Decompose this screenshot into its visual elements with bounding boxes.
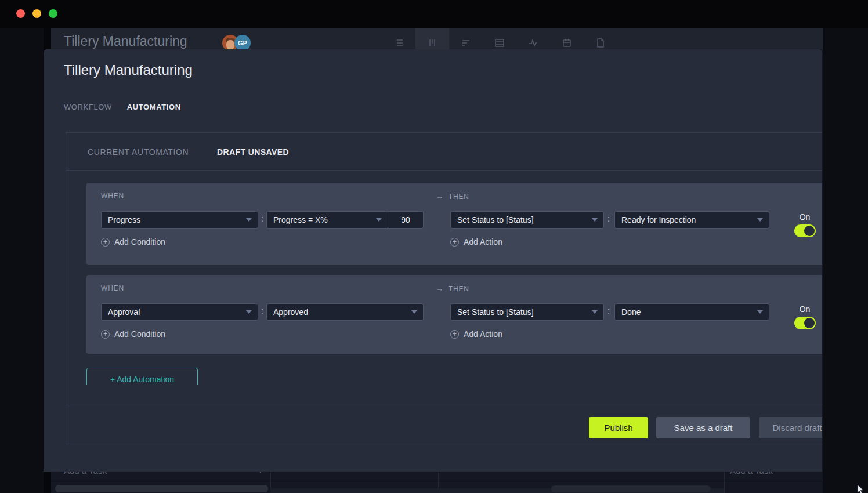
file-icon[interactable] [584, 28, 617, 49]
window-titlebar [0, 0, 868, 28]
toggle-label: On [792, 212, 818, 222]
automation-rule-2: WHEN →THEN Approval : Approved Set St [86, 275, 822, 354]
when-label: WHEN [101, 284, 124, 292]
condition-field-dropdown[interactable]: Approval [101, 303, 258, 321]
plus-circle-icon: + [450, 330, 459, 339]
toggle-knob [804, 318, 815, 328]
timeline-icon[interactable] [449, 28, 483, 49]
rule-enabled-toggle[interactable] [794, 224, 816, 237]
zoom-window-icon[interactable] [49, 9, 57, 18]
tab-draft-unsaved[interactable]: DRAFT UNSAVED [217, 147, 289, 157]
automation-rule-1: WHEN →THEN Progress : Progress = X% [86, 183, 822, 265]
minimize-window-icon[interactable] [32, 9, 41, 18]
when-label: WHEN [101, 192, 124, 200]
add-automation-button[interactable]: + Add Automation [86, 368, 198, 385]
action-value-dropdown[interactable]: Ready for Inspection [614, 211, 769, 229]
chevron-down-icon [592, 310, 598, 314]
arrow-right-icon: → [436, 192, 444, 201]
add-action-button[interactable]: + Add Action [450, 237, 502, 246]
panel-tab-bar: CURRENT AUTOMATION DRAFT UNSAVED [66, 133, 822, 171]
add-condition-button[interactable]: + Add Condition [101, 237, 165, 246]
then-label: →THEN [436, 192, 469, 201]
table-icon[interactable] [483, 28, 516, 49]
automation-list: WHEN →THEN Progress : Progress = X% [66, 171, 822, 385]
plus-circle-icon: + [450, 238, 459, 246]
condition-value-input[interactable]: 90 [388, 211, 424, 229]
chevron-down-icon [757, 218, 763, 222]
condition-operator-dropdown[interactable]: Approved [266, 303, 424, 321]
plus-circle-icon: + [101, 330, 110, 339]
app-header: Tillery Manufacturing GP [51, 28, 823, 49]
board-divider [51, 480, 823, 480]
toggle-label: On [792, 304, 818, 314]
project-title-background: Tillery Manufacturing [64, 34, 187, 49]
board-icon[interactable] [415, 28, 449, 49]
modal-tab-bar: WORKFLOW AUTOMATION [64, 103, 181, 111]
action-value-dropdown[interactable]: Done [614, 303, 769, 321]
modal-footer: Publish Save as a draft Discard draft [66, 404, 822, 446]
view-toolbar [382, 28, 617, 49]
automation-panel: CURRENT AUTOMATION DRAFT UNSAVED WHEN →T… [66, 132, 822, 445]
publish-button[interactable]: Publish [589, 417, 648, 438]
task-bar[interactable] [551, 485, 711, 492]
chevron-down-icon [246, 218, 252, 222]
chevron-down-icon [376, 218, 382, 222]
separator-colon: : [261, 306, 263, 316]
discard-draft-button[interactable]: Discard draft [759, 417, 822, 438]
action-type-dropdown[interactable]: Set Status to [Status] [450, 303, 604, 321]
rule-enabled-toggle[interactable] [794, 317, 816, 329]
rule-toggle-wrap: On [792, 304, 818, 329]
separator-colon: : [261, 214, 263, 223]
chevron-down-icon [246, 310, 252, 314]
rule-toggle-wrap: On [792, 212, 818, 237]
action-type-dropdown[interactable]: Set Status to [Status] [450, 211, 604, 229]
calendar-icon[interactable] [550, 28, 584, 49]
modal-title: Tillery Manufacturing [64, 62, 193, 78]
tab-workflow[interactable]: WORKFLOW [64, 103, 112, 111]
user-avatar-initials[interactable]: GP [234, 35, 251, 49]
then-label: →THEN [436, 284, 469, 293]
save-as-draft-button[interactable]: Save as a draft [656, 417, 750, 438]
separator-colon: : [607, 214, 610, 223]
screen: Tillery Manufacturing GP [0, 0, 868, 493]
automation-modal: Tillery Manufacturing WORKFLOW AUTOMATIO… [44, 49, 822, 472]
condition-operator-group: Progress = X% 90 [266, 211, 424, 229]
chevron-down-icon [757, 310, 763, 314]
add-action-button[interactable]: + Add Action [450, 329, 502, 339]
close-window-icon[interactable] [16, 9, 25, 18]
add-condition-button[interactable]: + Add Condition [101, 329, 165, 339]
chevron-down-icon [411, 310, 417, 314]
mouse-cursor-icon [857, 485, 865, 493]
condition-field-dropdown[interactable]: Progress [101, 211, 258, 229]
toggle-knob [804, 226, 815, 236]
arrow-right-icon: → [436, 284, 444, 293]
plus-circle-icon: + [101, 238, 110, 246]
activity-icon[interactable] [516, 28, 550, 49]
separator-colon: : [607, 306, 610, 316]
tab-current-automation[interactable]: CURRENT AUTOMATION [88, 147, 189, 157]
task-bar[interactable] [55, 485, 268, 492]
condition-operator-dropdown[interactable]: Progress = X% [266, 211, 388, 229]
chevron-down-icon [592, 218, 598, 222]
list-icon[interactable] [382, 28, 415, 49]
tab-automation[interactable]: AUTOMATION [127, 103, 181, 111]
